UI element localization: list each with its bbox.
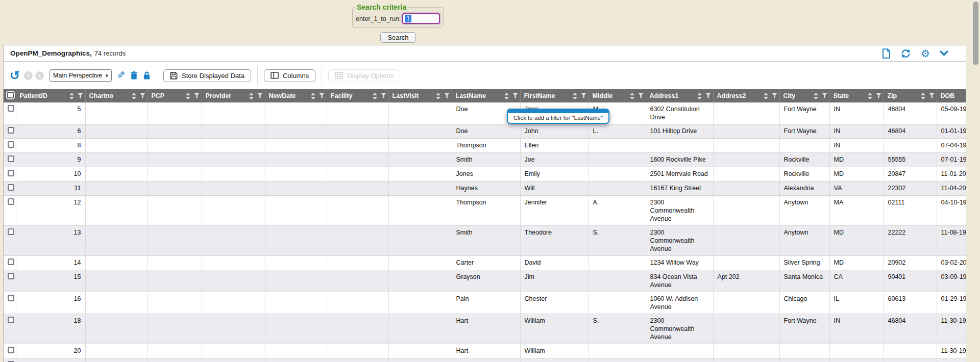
sort-icon[interactable] xyxy=(436,93,440,99)
column-header-address1[interactable]: Address1 xyxy=(646,89,713,102)
cell-newdate xyxy=(265,344,327,358)
filter-icon[interactable] xyxy=(257,93,263,99)
column-header-dob[interactable]: DOB xyxy=(937,89,966,102)
lock-icon[interactable] xyxy=(143,71,151,80)
row-checkbox[interactable] xyxy=(8,141,14,148)
sort-icon[interactable] xyxy=(921,93,925,99)
cell-zip: 90401 xyxy=(884,270,937,292)
trash-icon[interactable] xyxy=(130,71,138,80)
cell-firstname: Chester xyxy=(520,292,589,314)
cell-address1 xyxy=(646,344,713,358)
cell-provider xyxy=(202,270,265,292)
sort-icon[interactable] xyxy=(630,93,634,99)
column-header-pcp[interactable]: PCP xyxy=(148,89,202,102)
filter-icon[interactable] xyxy=(194,93,200,99)
row-select-cell xyxy=(4,139,16,153)
filter-icon[interactable] xyxy=(381,93,386,99)
cell-facility xyxy=(327,102,388,124)
filter-icon[interactable] xyxy=(140,93,145,99)
sort-icon[interactable] xyxy=(573,93,577,99)
column-header-chartno[interactable]: Chartno xyxy=(85,89,148,102)
filter-icon[interactable] xyxy=(319,93,325,99)
column-header-middle[interactable]: Middle xyxy=(589,89,646,102)
column-header-firstname[interactable]: FirstName xyxy=(520,89,589,102)
sort-icon[interactable] xyxy=(69,93,74,99)
records-count: 74 records xyxy=(94,49,126,57)
select-all-checkbox[interactable] xyxy=(7,92,14,98)
sort-icon[interactable] xyxy=(868,93,872,99)
sort-icon[interactable] xyxy=(132,93,136,99)
sort-icon[interactable] xyxy=(311,93,315,99)
edit-pencil-icon[interactable]: ✎ xyxy=(117,71,125,80)
gear-icon[interactable]: ⚙ xyxy=(921,49,930,58)
row-checkbox[interactable] xyxy=(8,347,14,353)
cell-pcp xyxy=(148,102,202,124)
filter-icon[interactable] xyxy=(876,93,881,99)
row-checkbox[interactable] xyxy=(8,156,14,162)
filter-icon[interactable] xyxy=(929,93,935,99)
filter-icon[interactable] xyxy=(822,93,827,99)
undo-icon[interactable]: ↺ xyxy=(10,70,20,81)
column-header-provider[interactable]: Provider xyxy=(202,89,265,102)
cell-patientid: 8 xyxy=(16,139,85,153)
cell-patientid: 10 xyxy=(16,167,85,182)
column-header-lastvisit[interactable]: LastVisit xyxy=(388,89,452,102)
sort-icon[interactable] xyxy=(504,93,509,99)
cell-facility xyxy=(327,196,388,226)
cell-city: Fort Wayne xyxy=(779,124,829,139)
column-header-facility[interactable]: Facility xyxy=(327,89,388,102)
column-header-patientid[interactable]: PatientID xyxy=(16,89,85,102)
search-button[interactable]: Search xyxy=(380,32,415,43)
scrollbar-thumb[interactable] xyxy=(973,2,978,65)
new-document-icon[interactable] xyxy=(882,48,891,59)
filter-icon[interactable] xyxy=(512,93,518,99)
cell-city: Anytown xyxy=(779,196,829,226)
refresh-icon[interactable] xyxy=(900,48,911,59)
cell-patientid: 14 xyxy=(16,256,85,270)
filter-icon[interactable] xyxy=(705,93,711,99)
column-header-zip[interactable]: Zip xyxy=(884,89,937,102)
cell-state: VA xyxy=(829,182,884,196)
column-header-state[interactable]: State xyxy=(829,89,884,102)
row-checkbox[interactable] xyxy=(8,170,14,176)
cell-facility xyxy=(327,270,388,292)
store-displayed-data-button[interactable]: Store Displayed Data xyxy=(163,69,251,82)
cell-firstname: Emily xyxy=(520,167,589,182)
row-select-cell xyxy=(4,358,16,362)
row-checkbox[interactable] xyxy=(8,258,14,265)
perspective-select[interactable]: Main Perspective ▾ xyxy=(50,69,112,82)
sort-icon[interactable] xyxy=(814,93,818,99)
sort-icon[interactable] xyxy=(249,93,254,99)
sort-icon[interactable] xyxy=(697,93,702,99)
cell-state: MD xyxy=(829,167,884,182)
run-input[interactable]: 1 xyxy=(402,13,440,24)
filter-icon[interactable] xyxy=(581,93,586,99)
row-checkbox[interactable] xyxy=(8,273,14,279)
cell-lastvisit xyxy=(388,167,452,182)
sort-icon[interactable] xyxy=(373,93,377,99)
panel-header: OpenPM_Demographics, 74 records ⚙ xyxy=(4,45,966,62)
page-scrollbar[interactable] xyxy=(970,0,980,362)
row-checkbox[interactable] xyxy=(8,317,14,323)
row-checkbox[interactable] xyxy=(8,198,14,205)
columns-button[interactable]: Columns xyxy=(264,69,315,82)
column-header-newdate[interactable]: NewDate xyxy=(265,89,327,102)
sort-icon[interactable] xyxy=(764,93,768,99)
row-checkbox[interactable] xyxy=(8,295,14,301)
filter-icon[interactable] xyxy=(638,93,644,99)
chevron-down-icon[interactable] xyxy=(940,50,948,56)
cell-patientid: 16 xyxy=(16,292,85,314)
filter-icon[interactable] xyxy=(78,93,83,99)
filter-icon[interactable] xyxy=(772,93,777,99)
filter-icon[interactable] xyxy=(444,93,450,99)
sort-icon[interactable] xyxy=(186,93,190,99)
cell-city xyxy=(779,139,829,153)
cell-zip xyxy=(884,344,937,358)
column-header-address2[interactable]: Address2 xyxy=(713,89,779,102)
row-checkbox[interactable] xyxy=(8,105,14,112)
column-header-lastname[interactable]: LastName xyxy=(452,89,520,102)
row-checkbox[interactable] xyxy=(8,228,14,235)
column-header-city[interactable]: City xyxy=(779,89,829,102)
row-checkbox[interactable] xyxy=(8,127,14,134)
row-checkbox[interactable] xyxy=(8,184,14,191)
